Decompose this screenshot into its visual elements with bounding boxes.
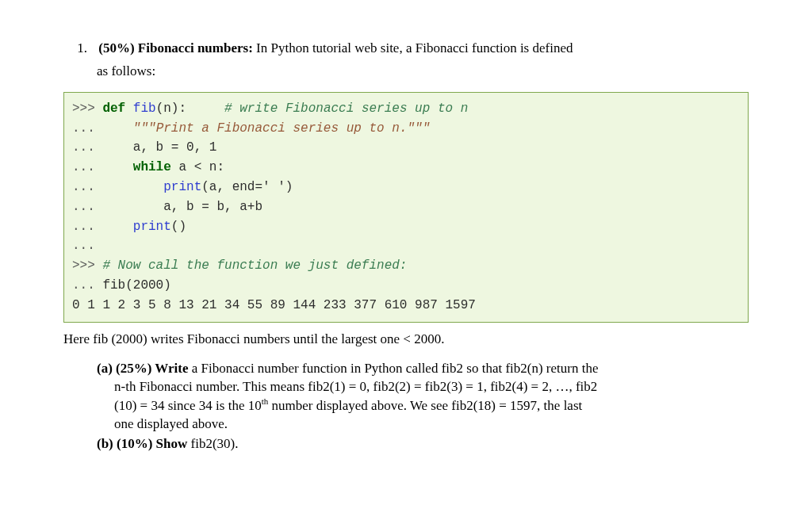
code-output: 0 1 1 2 3 5 8 13 21 34 55 89 144 233 377… (72, 298, 476, 312)
question-title-rest: In Python tutorial web site, a Fibonacci… (253, 40, 573, 55)
code-docq-close: """ (407, 121, 430, 136)
code-prompt: >>> (72, 101, 102, 116)
code-indent (102, 160, 132, 174)
code-comment-1: # write Fibonacci series up to n (224, 101, 468, 116)
code-call: fib(2000) (102, 278, 170, 293)
code-cont: ... (72, 278, 102, 293)
sub-a-label: (a) (25%) Write (97, 361, 189, 376)
question-header-line2: as follows: (97, 63, 749, 81)
code-fn-print: print (133, 220, 171, 234)
code-keyword-while: while (133, 160, 171, 174)
code-cont: ... (72, 239, 102, 253)
code-indent-2 (102, 180, 163, 194)
code-line-6: a, b = b, a+b (102, 200, 262, 214)
code-prompt: >>> (72, 258, 102, 273)
code-cont: ... (72, 160, 102, 174)
code-def-rest: (n): (156, 101, 224, 116)
sub-a-line3: (10) = 34 since 34 is the 10th number di… (114, 396, 749, 415)
code-keyword-def: def (102, 101, 125, 116)
sub-b-rest: fib2(30). (187, 436, 238, 451)
code-docstring: Print a Fibonacci series up to n. (156, 121, 408, 136)
sub-a-sup: th (262, 396, 269, 406)
code-print-args: (a, end=' ') (201, 180, 293, 194)
code-fn-fib: fib (133, 101, 156, 116)
sub-a-line4: one displayed above. (114, 415, 749, 434)
code-block: >>> def fib(n): # write Fibonacci series… (63, 92, 749, 323)
sub-question-a: (a) (25%) Write a Fibonacci number funct… (97, 360, 749, 434)
sub-questions: (a) (25%) Write a Fibonacci number funct… (97, 360, 749, 453)
question-number: 1. (68, 40, 87, 58)
code-while-rest: a < n: (171, 160, 224, 174)
code-cont: ... (72, 220, 102, 234)
sub-question-b: (b) (10%) Show fib2(30). (97, 435, 749, 453)
question-header: 1. (50%) Fibonacci numbers: In Python tu… (68, 40, 749, 58)
sub-a-line3b: number displayed above. We see fib2(18) … (268, 398, 582, 413)
code-cont: ... (72, 140, 102, 155)
code-indent (102, 220, 132, 234)
code-indent (102, 121, 132, 136)
code-print-empty: () (171, 220, 186, 234)
code-docq-open: """ (133, 121, 156, 136)
code-fn-print: print (163, 180, 201, 194)
sub-a-line2: n-th Fibonacci number. This means fib2(1… (114, 378, 749, 396)
code-comment-2: # Now call the function we just defined: (102, 258, 407, 273)
question-title-bold: (50%) Fibonacci numbers: (98, 40, 253, 55)
question-block: 1. (50%) Fibonacci numbers: In Python tu… (63, 40, 749, 453)
sub-a-line3a: (10) = 34 since 34 is the 10 (114, 398, 262, 413)
sub-a-rest1: a Fibonacci number function in Python ca… (189, 361, 599, 376)
post-code-text: Here fib (2000) writes Fibonacci numbers… (63, 331, 749, 349)
code-cont: ... (72, 121, 102, 136)
code-cont: ... (72, 180, 102, 194)
sub-b-label: (b) (10%) Show (97, 436, 187, 451)
code-line-3: a, b = 0, 1 (102, 140, 216, 155)
code-cont: ... (72, 200, 102, 214)
